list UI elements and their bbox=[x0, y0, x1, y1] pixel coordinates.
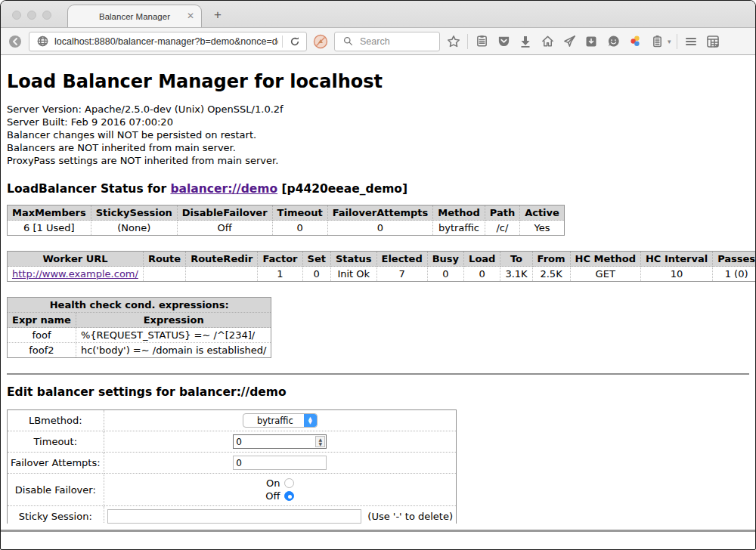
search-bar[interactable] bbox=[334, 32, 440, 51]
timeout-row: Timeout: ▲▼ bbox=[8, 431, 457, 453]
tab-close-icon[interactable]: ✕ bbox=[187, 11, 194, 20]
cell-expr-name: foof2 bbox=[8, 343, 76, 358]
tracking-blocked-icon[interactable] bbox=[312, 33, 329, 50]
failover-on-radio[interactable] bbox=[284, 478, 294, 488]
menu-hamburger-icon[interactable] bbox=[683, 33, 699, 50]
timeout-input[interactable] bbox=[234, 437, 315, 447]
tab-balancer-manager[interactable]: Balancer Manager ✕ bbox=[67, 5, 202, 27]
col-timeout: Timeout bbox=[272, 205, 327, 221]
col-method: Method bbox=[433, 205, 485, 221]
health-title-row: Health check cond. expressions: bbox=[8, 298, 271, 313]
edit-balancer-heading: Edit balancer settings for balancer://de… bbox=[7, 385, 749, 399]
url-text[interactable]: localhost:8880/balancer-manager?b=demo&n… bbox=[54, 36, 278, 47]
cell-hc-interval: 10 bbox=[640, 267, 712, 282]
cell-hc-method: GET bbox=[570, 267, 640, 282]
col-to: To bbox=[500, 252, 532, 267]
sticky-session-hint: (Use '-' to delete) bbox=[367, 511, 453, 522]
proxypass-notice-line: ProxyPass settings are NOT inherited fro… bbox=[7, 154, 749, 167]
new-tab-button[interactable]: + bbox=[214, 8, 222, 23]
radio-off-label: Off bbox=[265, 490, 280, 502]
col-factor: Factor bbox=[258, 252, 302, 267]
sticky-session-input[interactable] bbox=[107, 509, 362, 524]
container-battery-icon[interactable] bbox=[649, 33, 665, 50]
home-icon[interactable] bbox=[539, 33, 556, 50]
search-input[interactable] bbox=[360, 36, 435, 47]
tab-groups-grid-icon[interactable] bbox=[705, 33, 721, 50]
lbmethod-row: LBmethod: bytraffic ▲▼ bbox=[8, 410, 457, 431]
cell-factor: 1 bbox=[258, 267, 302, 282]
tab-strip: Balancer Manager ✕ + bbox=[1, 1, 755, 28]
device-sync-icon[interactable] bbox=[583, 33, 600, 50]
select-stepper-icon: ▲▼ bbox=[304, 414, 317, 427]
close-window-button[interactable] bbox=[12, 11, 21, 20]
worker-row: http://www.example.com/ 1 0 Init Ok 7 0 … bbox=[8, 267, 756, 282]
disable-failover-row: Disable Failover: On Off bbox=[8, 474, 457, 506]
urlbar-divider bbox=[282, 36, 283, 48]
timeout-input-wrap: ▲▼ bbox=[233, 434, 327, 449]
table-header-row: Worker URL Route RouteRedir Factor Set S… bbox=[8, 252, 756, 267]
radio-on-label: On bbox=[266, 477, 280, 489]
reload-icon[interactable] bbox=[287, 33, 303, 50]
cell-route bbox=[143, 267, 185, 282]
worker-status-table: Worker URL Route RouteRedir Factor Set S… bbox=[7, 251, 755, 282]
number-spinner-icon[interactable]: ▲▼ bbox=[315, 436, 325, 447]
col-load: Load bbox=[464, 252, 500, 267]
cell-expr-name: foof bbox=[8, 328, 76, 343]
chevron-down-icon[interactable]: ▾ bbox=[668, 38, 671, 45]
cell-set: 0 bbox=[302, 267, 330, 282]
back-button[interactable] bbox=[7, 33, 23, 50]
bookmark-star-icon[interactable] bbox=[445, 33, 462, 50]
cell-maxmembers: 6 [1 Used] bbox=[8, 221, 91, 236]
lbmethod-label: LBmethod: bbox=[8, 410, 104, 431]
downloads-icon[interactable] bbox=[517, 33, 534, 50]
site-identity-globe-icon[interactable] bbox=[34, 33, 51, 50]
cell-elected: 7 bbox=[376, 267, 427, 282]
reading-list-icon[interactable] bbox=[473, 33, 490, 50]
page-content: Load Balancer Manager for localhost Serv… bbox=[1, 55, 755, 524]
colorways-dots-icon[interactable] bbox=[627, 33, 643, 50]
send-tab-icon[interactable] bbox=[561, 33, 578, 50]
failover-off-radio[interactable] bbox=[284, 491, 294, 501]
cell-passes: 1 (0) bbox=[713, 267, 755, 282]
lbmethod-select[interactable]: bytraffic ▲▼ bbox=[243, 413, 318, 428]
health-header-row: Expr name Expression bbox=[8, 313, 271, 328]
health-check-table: Health check cond. expressions: Expr nam… bbox=[7, 297, 271, 358]
page-title: Load Balancer Manager for localhost bbox=[7, 71, 749, 92]
zoom-window-button[interactable] bbox=[42, 11, 51, 20]
failover-attempts-row: Failover Attempts: bbox=[8, 453, 457, 474]
sticky-session-row: Sticky Session: (Use '-' to delete) bbox=[8, 506, 457, 524]
minimize-window-button[interactable] bbox=[27, 11, 36, 20]
search-icon bbox=[339, 33, 356, 50]
cell-stickysession: (None) bbox=[91, 221, 177, 236]
balancer-status-table: MaxMembers StickySession DisableFailover… bbox=[7, 205, 565, 236]
col-disablefailover: DisableFailover bbox=[177, 205, 272, 221]
table-row: 6 [1 Used] (None) Off 0 0 bytraffic /c/ … bbox=[8, 221, 565, 236]
timeout-label: Timeout: bbox=[8, 431, 104, 453]
failover-attempts-label: Failover Attempts: bbox=[8, 453, 104, 474]
pocket-icon[interactable] bbox=[495, 33, 512, 50]
cell-status: Init Ok bbox=[330, 267, 376, 282]
col-passes: Passes bbox=[713, 252, 755, 267]
section-divider bbox=[7, 373, 749, 375]
status-heading-prefix: LoadBalancer Status for bbox=[7, 182, 170, 196]
health-row-foof2: foof2 hc('body') =~ /domain is establish… bbox=[8, 343, 271, 358]
worker-url-link[interactable]: http://www.example.com/ bbox=[12, 268, 138, 280]
cell-active: Yes bbox=[520, 221, 565, 236]
feedback-smiley-icon[interactable] bbox=[605, 33, 621, 50]
balancer-demo-link[interactable]: balancer://demo bbox=[170, 182, 277, 196]
navigation-toolbar: localhost:8880/balancer-manager?b=demo&n… bbox=[1, 28, 755, 55]
failover-attempts-input[interactable] bbox=[233, 456, 327, 470]
tab-title: Balancer Manager bbox=[99, 12, 170, 21]
col-expr-name: Expr name bbox=[8, 313, 76, 328]
url-bar[interactable]: localhost:8880/balancer-manager?b=demo&n… bbox=[29, 32, 307, 51]
col-stickysession: StickySession bbox=[91, 205, 177, 221]
toolbar-divider-2 bbox=[677, 34, 677, 49]
cell-worker-url: http://www.example.com/ bbox=[8, 267, 144, 282]
col-busy: Busy bbox=[427, 252, 463, 267]
balancer-settings-form: LBmethod: bytraffic ▲▼ Timeout: ▲▼ bbox=[7, 409, 457, 524]
col-hc-interval: HC Interval bbox=[640, 252, 712, 267]
col-route: Route bbox=[143, 252, 185, 267]
cell-disablefailover: Off bbox=[177, 221, 272, 236]
window-controls[interactable] bbox=[12, 11, 51, 20]
server-info: Server Version: Apache/2.5.0-dev (Unix) … bbox=[7, 103, 749, 167]
